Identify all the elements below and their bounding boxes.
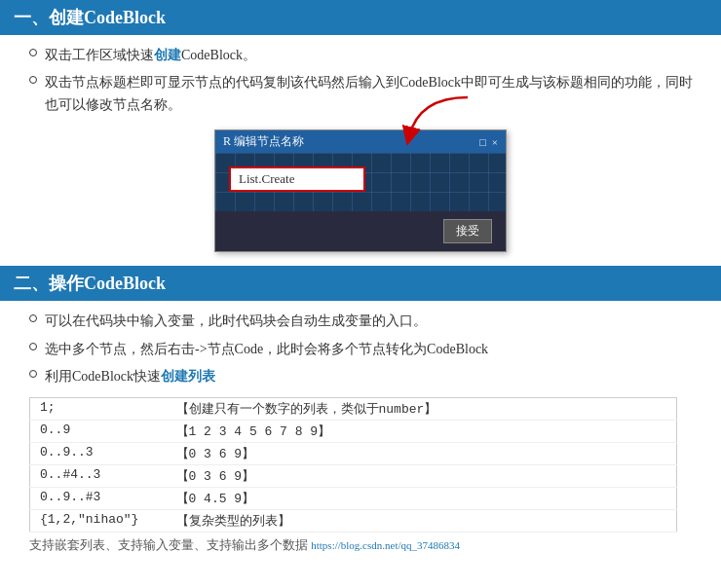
section2-header: 二、操作CodeBlock (0, 266, 721, 301)
section1-number: 一、 (14, 8, 49, 27)
table-row: {1,2,"nihao"}【复杂类型的列表】 (30, 510, 677, 533)
bullet-text-4: 选中多个节点，然后右击->节点Code，此时会将多个节点转化为CodeBlock (45, 339, 488, 360)
section2-title-plain: 操作 (49, 274, 84, 293)
desc-cell: 【复杂类型的列表】 (167, 510, 677, 533)
desc-cell: 【创建只有一个数字的列表，类似于number】 (167, 398, 677, 421)
table-row: 1;【创建只有一个数字的列表，类似于number】 (30, 398, 677, 421)
bullet-2: 双击节点标题栏即可显示节点的代码复制该代码然后输入到CodeBlock中即可生成… (19, 72, 702, 116)
code-cell: {1,2,"nihao"} (30, 510, 167, 533)
section1-content: 双击工作区域快速创建CodeBlock。 双击节点标题栏即可显示节点的代码复制该… (0, 45, 721, 252)
desc-cell: 【0 3 6 9】 (167, 443, 677, 465)
section2-number: 二、 (14, 274, 49, 293)
minimize-icon[interactable]: □ (479, 136, 486, 148)
bullet-text-2: 双击节点标题栏即可显示节点的代码复制该代码然后输入到CodeBlock中即可生成… (45, 72, 702, 116)
table-row: 0..9..#3【0 4.5 9】 (30, 488, 677, 510)
table-row: 0..9【1 2 3 4 5 6 7 8 9】 (30, 421, 677, 443)
bottom-note: 支持嵌套列表、支持输入变量、支持输出多个数据 https://blog.csdn… (19, 533, 702, 558)
dialog-body: List.Create (215, 153, 506, 211)
bullet-5: 利用CodeBlock快速创建列表 (19, 366, 702, 387)
section2-title-bold: CodeBlock (84, 274, 166, 293)
code-cell: 1; (30, 398, 167, 421)
bullet-circle-5 (29, 370, 37, 378)
section1-header: 一、创建CodeBlock (0, 0, 721, 35)
section2-content: 可以在代码块中输入变量，此时代码块会自动生成变量的入口。 选中多个节点，然后右击… (0, 311, 721, 558)
dialog-container: R 编辑节点名称 □ × List.Create 接受 (19, 129, 702, 252)
desc-cell: 【0 4.5 9】 (167, 488, 677, 510)
bullet-text-5: 利用CodeBlock快速创建列表 (45, 366, 215, 387)
red-arrow-icon (390, 92, 477, 146)
code-cell: 0..9..3 (30, 443, 167, 465)
csdn-link[interactable]: https://blog.csdn.net/qq_37486834 (311, 539, 460, 551)
bullet-3: 可以在代码块中输入变量，此时代码块会自动生成变量的入口。 (19, 311, 702, 332)
dialog-box: R 编辑节点名称 □ × List.Create 接受 (214, 129, 507, 252)
dialog-wrapper: R 编辑节点名称 □ × List.Create 接受 (214, 129, 507, 252)
code-cell: 0..9 (30, 421, 167, 443)
section1-title-bold: CodeBlock (84, 8, 166, 27)
bullet-4: 选中多个节点，然后右击->节点Code，此时会将多个节点转化为CodeBlock (19, 339, 702, 360)
desc-cell: 【0 3 6 9】 (167, 465, 677, 488)
section1-title-plain: 创建 (49, 8, 84, 27)
code-cell: 0..9..#3 (30, 488, 167, 510)
bullet-circle-2 (29, 76, 37, 84)
bullet-circle-1 (29, 49, 37, 56)
desc-cell: 【1 2 3 4 5 6 7 8 9】 (167, 421, 677, 443)
bullet-text-3: 可以在代码块中输入变量，此时代码块会自动生成变量的入口。 (45, 311, 427, 332)
bullet-1: 双击工作区域快速创建CodeBlock。 (19, 45, 702, 66)
bullet-circle-4 (29, 343, 37, 350)
code-table: 1;【创建只有一个数字的列表，类似于number】0..9【1 2 3 4 5 … (29, 397, 677, 533)
close-icon[interactable]: × (492, 136, 498, 148)
dialog-input[interactable]: List.Create (229, 166, 365, 192)
highlight-create-1: 创建 (154, 48, 181, 62)
highlight-create-list: 创建列表 (161, 369, 215, 384)
dialog-controls: □ × (479, 136, 498, 148)
table-row: 0..#4..3【0 3 6 9】 (30, 465, 677, 488)
code-cell: 0..#4..3 (30, 465, 167, 488)
accept-button[interactable]: 接受 (443, 219, 492, 243)
bullet-text-1: 双击工作区域快速创建CodeBlock。 (45, 45, 256, 66)
bullet-circle-3 (29, 314, 37, 322)
dialog-title: R 编辑节点名称 (223, 133, 304, 150)
dialog-footer: 接受 (215, 211, 506, 251)
bottom-note-text: 支持嵌套列表、支持输入变量、支持输出多个数据 (29, 537, 308, 552)
table-row: 0..9..3【0 3 6 9】 (30, 443, 677, 465)
